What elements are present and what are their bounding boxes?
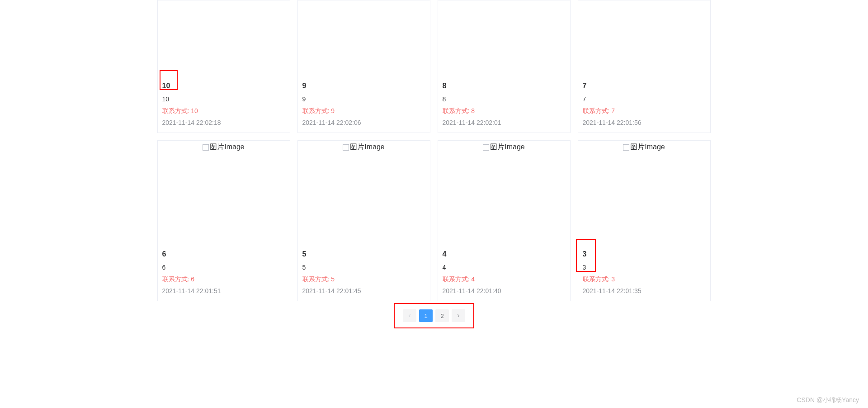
card-row-1: 10 10 联系方式: 10 2021-11-14 22:02:18 9 9 联… [157,0,711,133]
card-contact: 联系方式: 7 [583,106,706,115]
card-image-area: 图片Image [578,141,710,246]
card-subtitle: 6 [162,263,285,272]
card-date: 2021-11-14 22:02:18 [162,118,285,127]
pagination-next-button[interactable] [452,309,465,322]
card-date: 2021-11-14 22:01:35 [583,286,706,295]
chevron-left-icon [407,313,412,318]
card-contact: 联系方式: 6 [162,275,285,284]
card-title: 6 [162,249,285,259]
card-subtitle: 8 [443,95,566,104]
card-contact: 联系方式: 3 [583,275,706,284]
card[interactable]: 9 9 联系方式: 9 2021-11-14 22:02:06 [297,0,430,133]
card[interactable]: 10 10 联系方式: 10 2021-11-14 22:02:18 [157,0,290,133]
card-contact: 联系方式: 9 [302,106,425,115]
card-title: 3 [583,249,706,259]
card[interactable]: 图片Image 4 4 联系方式: 4 2021-11-14 22:01:40 [438,140,571,301]
card-contact: 联系方式: 8 [443,106,566,115]
card[interactable]: 7 7 联系方式: 7 2021-11-14 22:01:56 [578,0,711,133]
card-contact: 联系方式: 5 [302,275,425,284]
card-title: 5 [302,249,425,259]
card-image-area [438,0,570,77]
card[interactable]: 8 8 联系方式: 8 2021-11-14 22:02:01 [438,0,571,133]
card-image-area: 图片Image [158,141,290,246]
card-date: 2021-11-14 22:01:51 [162,286,285,295]
card-image-area [298,0,430,77]
card-subtitle: 7 [583,95,706,104]
card-date: 2021-11-14 22:01:40 [443,286,566,295]
card[interactable]: 图片Image 5 5 联系方式: 5 2021-11-14 22:01:45 [297,140,430,301]
image-placeholder-label: 图片Image [630,142,665,152]
card[interactable]: 图片Image 6 6 联系方式: 6 2021-11-14 22:01:51 [157,140,290,301]
card-image-area: 图片Image [438,141,570,246]
pagination: 1 2 [403,309,465,322]
chevron-right-icon [456,313,461,318]
card-image-area [158,0,290,77]
pagination-prev-button[interactable] [403,309,416,322]
watermark: CSDN @小绵杨Yancy [797,396,859,404]
card-image-area: 图片Image [298,141,430,246]
pagination-page-2[interactable]: 2 [435,309,449,322]
card-row-2: 图片Image 6 6 联系方式: 6 2021-11-14 22:01:51 … [157,140,711,301]
card-title: 9 [302,81,425,91]
image-placeholder-icon [483,144,489,151]
card-subtitle: 3 [583,263,706,272]
card-title: 4 [443,249,566,259]
card-date: 2021-11-14 22:02:06 [302,118,425,127]
card-title: 10 [162,81,285,91]
image-placeholder-label: 图片Image [350,142,384,152]
card-title: 8 [443,81,566,91]
card-subtitle: 10 [162,95,285,104]
image-placeholder-icon [343,144,349,151]
pagination-page-1[interactable]: 1 [419,309,433,322]
card-date: 2021-11-14 22:01:56 [583,118,706,127]
card-contact: 联系方式: 4 [443,275,566,284]
card-contact: 联系方式: 10 [162,106,285,115]
image-placeholder-icon [203,144,209,151]
image-placeholder-label: 图片Image [490,142,524,152]
card[interactable]: 图片Image 3 3 联系方式: 3 2021-11-14 22:01:35 [578,140,711,301]
image-placeholder-label: 图片Image [210,142,244,152]
card-subtitle: 4 [443,263,566,272]
card-image-area [578,0,710,77]
card-subtitle: 5 [302,263,425,272]
image-placeholder-icon [623,144,629,151]
pagination-container: 1 2 [157,301,711,331]
card-subtitle: 9 [302,95,425,104]
card-date: 2021-11-14 22:01:45 [302,286,425,295]
card-title: 7 [583,81,706,91]
card-date: 2021-11-14 22:02:01 [443,118,566,127]
